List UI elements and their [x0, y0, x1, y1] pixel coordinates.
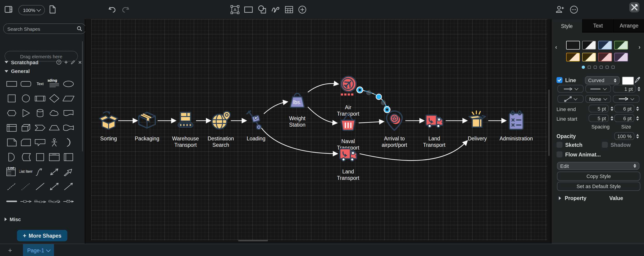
shape-triangle[interactable]	[19, 105, 33, 120]
add-page-button[interactable]: +	[4, 244, 16, 256]
shape-icon-arrow[interactable]	[62, 194, 76, 208]
shape-or[interactable]	[62, 135, 76, 150]
line-color-swatch[interactable]	[622, 77, 634, 85]
swatch-page-dot-5[interactable]	[606, 66, 608, 69]
sidebar-scrollbar[interactable]	[82, 41, 83, 151]
line-start-spacing-input[interactable]: 5 pt	[588, 114, 609, 122]
edge-8[interactable]	[359, 121, 383, 123]
shape-list-item[interactable]	[19, 164, 33, 179]
style-swatch-7[interactable]	[598, 53, 612, 61]
flow-animation-checkbox[interactable]	[556, 151, 562, 157]
shape-circle[interactable]	[19, 91, 33, 105]
shape-vertical-container[interactable]	[62, 150, 76, 164]
shape-label-arrow[interactable]	[19, 194, 33, 208]
edge-13[interactable]	[360, 141, 467, 161]
shape-line[interactable]	[33, 179, 47, 194]
shape-textbox[interactable]	[47, 76, 62, 91]
line-start-size-stepper[interactable]	[636, 114, 639, 122]
shape-and[interactable]	[4, 150, 19, 164]
node-packaging[interactable]: Packaging	[135, 112, 159, 142]
shape-actor[interactable]	[47, 135, 62, 150]
shape-dotted-line[interactable]	[19, 179, 33, 194]
shape-cylinder[interactable]	[33, 105, 47, 120]
redo-button[interactable]	[122, 6, 130, 13]
shape-callout[interactable]	[33, 135, 47, 150]
edge-source-handle[interactable]	[356, 86, 363, 93]
general-section-header[interactable]: General	[4, 68, 30, 74]
edge-selected-highlight[interactable]	[360, 90, 387, 110]
swatch-prev-icon[interactable]: ‹	[555, 44, 557, 50]
page-tab-page-1[interactable]: Page-1	[23, 244, 54, 256]
shape-note[interactable]	[4, 135, 19, 150]
shape-trapezoid[interactable]	[47, 120, 62, 135]
edge-target-handle[interactable]	[384, 106, 390, 113]
style-swatch-4[interactable]	[614, 41, 628, 50]
zoom-select[interactable]: 100%	[18, 5, 45, 15]
style-swatch-1[interactable]	[566, 41, 580, 50]
shape-rectangle[interactable]	[4, 76, 19, 91]
shape-arrow-with-label[interactable]	[33, 194, 47, 208]
node-naval-transport[interactable]: NavalTransport	[337, 113, 359, 151]
line-type-select[interactable]: Curved	[585, 76, 620, 84]
style-swatch-2[interactable]	[582, 41, 596, 50]
line-end-spacing-stepper[interactable]	[610, 105, 613, 112]
node-arrivalto-airportport[interactable]: Arrival toairport/port	[382, 111, 407, 148]
line-start-size-input[interactable]: 6 pt	[614, 114, 634, 122]
shape-card[interactable]	[19, 135, 33, 150]
shape-data-storage[interactable]	[19, 150, 33, 164]
style-swatch-8[interactable]	[614, 53, 628, 61]
line-checkbox[interactable]	[556, 77, 562, 83]
node-land-transport[interactable]: LandTransport	[337, 149, 359, 181]
line-width-stepper[interactable]	[638, 85, 640, 93]
shape-parallelogram[interactable]	[62, 91, 76, 105]
shape-square[interactable]	[4, 91, 19, 105]
line-end-arrow-select[interactable]	[612, 95, 639, 103]
page-outline-icon[interactable]	[49, 5, 56, 14]
table-tool-icon[interactable]	[285, 6, 293, 13]
vertical-scrollbar[interactable]	[548, 89, 550, 156]
share-user-icon[interactable]	[556, 6, 564, 13]
swatch-page-dot-3[interactable]	[594, 66, 596, 69]
node-destination-search[interactable]: DestinationSearch	[208, 111, 234, 148]
undo-button[interactable]	[108, 6, 116, 13]
swatch-page-dot-4[interactable]	[600, 66, 602, 69]
node-sorting[interactable]: Sorting	[100, 112, 118, 142]
rectangle-tool-icon[interactable]	[244, 7, 253, 13]
shape-dashed-line[interactable]	[4, 179, 19, 194]
node-warehouse-transport[interactable]: WarehouseTransport	[172, 112, 199, 148]
line-start-spacing-stepper[interactable]	[610, 114, 613, 122]
line-style-select[interactable]	[585, 85, 611, 93]
shape-tape[interactable]	[62, 120, 76, 135]
eyedropper-icon[interactable]	[635, 77, 640, 85]
text-tool-icon[interactable]: A	[230, 5, 240, 14]
horizontal-scrollbar[interactable]	[238, 240, 268, 241]
freehand-tool-icon[interactable]	[271, 6, 280, 13]
edge-6[interactable]	[308, 83, 338, 92]
shape-step[interactable]	[33, 120, 47, 135]
tab-arrange[interactable]: Arrange	[613, 19, 644, 33]
more-shapes-button[interactable]: + More Shapes	[17, 230, 67, 241]
style-swatch-3[interactable]	[598, 41, 612, 50]
swatch-pager[interactable]	[582, 66, 614, 69]
shape-container[interactable]	[47, 150, 62, 164]
shape-hexagon[interactable]	[4, 105, 19, 120]
line-width-input[interactable]: 1 pt	[612, 85, 636, 93]
set-default-style-button[interactable]: Set as Default Style	[557, 182, 640, 191]
shape-text[interactable]	[33, 76, 47, 91]
line-end-size-stepper[interactable]	[636, 105, 639, 112]
tab-style[interactable]: Style	[552, 19, 582, 33]
edge-waypoint-handle[interactable]	[366, 90, 371, 95]
edge-12[interactable]	[261, 127, 337, 154]
edge-waypoint-handle[interactable]	[381, 100, 386, 105]
waypoints-select[interactable]: None	[585, 95, 611, 103]
shapes-tool-icon[interactable]	[258, 5, 266, 14]
sketch-checkbox[interactable]	[556, 142, 562, 148]
more-actions-icon[interactable]	[570, 6, 578, 14]
shape-process[interactable]	[33, 91, 47, 105]
swatch-next-icon[interactable]: ›	[638, 44, 640, 50]
shape-rounded-rectangle[interactable]	[19, 76, 33, 91]
node-weight-station[interactable]: WeightStation	[289, 93, 306, 128]
line-end-spacing-input[interactable]: 5 pt	[588, 105, 609, 112]
tab-text[interactable]: Text	[582, 19, 613, 33]
edge-7[interactable]	[308, 107, 336, 123]
